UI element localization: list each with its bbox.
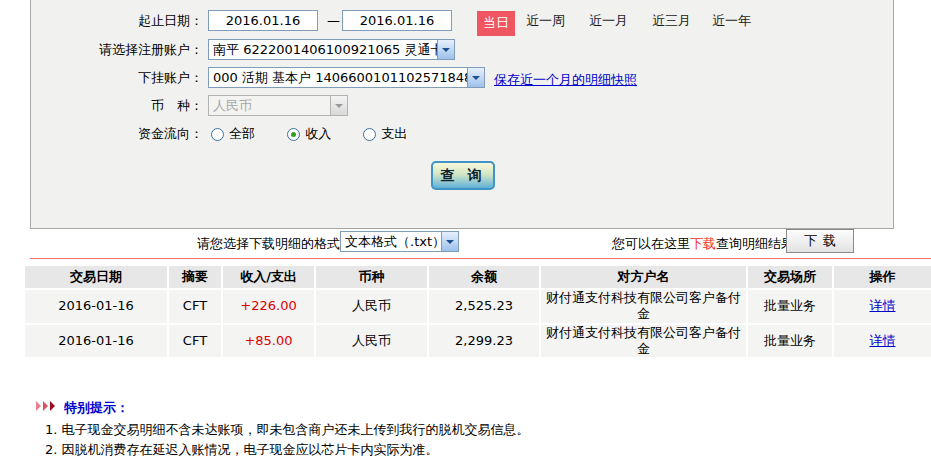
chevron-down-icon (330, 96, 347, 115)
col-header-amount: 收入/支出 (222, 266, 315, 289)
cell-currency: 人民币 (315, 324, 428, 359)
special-notes-title: 特别提示： (64, 399, 129, 417)
transactions-table: 交易日期 摘要 收入/支出 币种 余额 对方户名 交易场所 操作 2016-01… (25, 266, 931, 359)
date-from-input[interactable] (208, 10, 318, 31)
radio-selected-icon (287, 128, 300, 141)
date-separator: — (327, 10, 340, 32)
red-divider (30, 258, 931, 259)
special-note-item: 1. 电子现金交易明细不含未达账项，即未包含商户还未上传到我行的脱机交易信息。 (45, 421, 530, 439)
currency-select: 人民币 (208, 95, 348, 116)
col-header-balance: 余额 (428, 266, 540, 289)
currency-row: 币 种： 人民币 (31, 95, 893, 117)
query-button[interactable]: 查 询 (431, 161, 495, 190)
currency-value: 人民币 (209, 95, 330, 117)
date-to-input[interactable] (342, 10, 452, 31)
sub-account-select[interactable]: 000 活期 基本户 1406600101102571848 (208, 67, 485, 88)
query-form-panel: 起止日期： — 当日 近一周 近一月 近三月 近一年 请选择注册账户： 南平 6… (30, 0, 894, 229)
cell-balance: 2,299.23 (428, 324, 540, 359)
cell-balance: 2,525.23 (428, 289, 540, 324)
chevron-down-icon (437, 40, 454, 59)
col-header-counterparty: 对方户名 (540, 266, 747, 289)
date-range-label: 起止日期： (31, 10, 203, 32)
download-format-value: 文本格式（.txt） (341, 233, 441, 251)
quick-range-year[interactable]: 近一年 (712, 10, 751, 32)
radio-icon (363, 128, 376, 141)
detail-link[interactable]: 详情 (870, 333, 896, 348)
fund-flow-label: 资金流向： (31, 123, 203, 145)
cell-summary: CFT (168, 289, 222, 324)
quick-range-quarter[interactable]: 近三月 (652, 10, 691, 32)
fund-flow-radio-expense[interactable]: 支出 (363, 123, 407, 145)
sub-account-row: 下挂账户： 000 活期 基本户 1406600101102571848 保存近… (31, 67, 893, 89)
detail-link[interactable]: 详情 (870, 298, 896, 313)
fund-flow-radio-income[interactable]: 收入 (287, 123, 331, 145)
download-button[interactable]: 下载 (786, 229, 854, 253)
cell-date: 2016-01-16 (25, 289, 168, 324)
cell-action: 详情 (833, 324, 931, 359)
table-header-row: 交易日期 摘要 收入/支出 币种 余额 对方户名 交易场所 操作 (25, 266, 931, 289)
special-note-item: 2. 因脱机消费存在延迟入账情况，电子现金应以芯片卡内实际为准。 (45, 441, 439, 459)
sub-account-value: 000 活期 基本户 1406600101102571848 (209, 67, 467, 89)
col-header-venue: 交易场所 (747, 266, 833, 289)
col-header-currency: 币种 (315, 266, 428, 289)
registered-account-select[interactable]: 南平 6222001406100921065 灵通卡 (208, 39, 455, 60)
currency-label: 币 种： (31, 95, 203, 117)
quick-range-week[interactable]: 近一周 (526, 10, 565, 32)
download-hint-suffix: 查询明细结果 (716, 236, 794, 251)
fund-flow-option-income-label: 收入 (305, 123, 331, 145)
quick-range-today[interactable]: 当日 (477, 11, 515, 36)
cell-date: 2016-01-16 (25, 324, 168, 359)
cell-amount: +85.00 (222, 324, 315, 359)
registered-account-row: 请选择注册账户： 南平 6222001406100921065 灵通卡 (31, 39, 893, 61)
cell-currency: 人民币 (315, 289, 428, 324)
chevron-down-icon (441, 232, 458, 251)
download-format-label: 请您选择下载明细的格式 (110, 235, 340, 253)
sub-account-label: 下挂账户： (31, 67, 203, 89)
fund-flow-option-all-label: 全部 (229, 123, 255, 145)
download-format-select[interactable]: 文本格式（.txt） (340, 231, 459, 252)
registered-account-value: 南平 6222001406100921065 灵通卡 (209, 39, 437, 61)
col-header-date: 交易日期 (25, 266, 168, 289)
save-snapshot-link[interactable]: 保存近一个月的明细快照 (494, 69, 637, 91)
col-header-summary: 摘要 (168, 266, 222, 289)
transaction-query-page: 起止日期： — 当日 近一周 近一月 近三月 近一年 请选择注册账户： 南平 6… (0, 0, 931, 460)
cell-amount: +226.00 (222, 289, 315, 324)
download-hint-link[interactable]: 下载 (690, 236, 716, 251)
chevron-down-icon (467, 68, 484, 87)
fund-flow-option-expense-label: 支出 (381, 123, 407, 145)
cell-counterparty: 财付通支付科技有限公司客户备付金 (540, 324, 747, 359)
cell-action: 详情 (833, 289, 931, 324)
col-header-action: 操作 (833, 266, 931, 289)
download-hint-prefix: 您可以在这里 (612, 236, 690, 251)
quick-range-month[interactable]: 近一月 (589, 10, 628, 32)
fund-flow-row: 资金流向： 全部 收入 支出 (31, 123, 893, 145)
table-row: 2016-01-16 CFT +226.00 人民币 2,525.23 财付通支… (25, 289, 931, 324)
cell-counterparty: 财付通支付科技有限公司客户备付金 (540, 289, 747, 324)
fund-flow-radio-all[interactable]: 全部 (211, 123, 255, 145)
table-row: 2016-01-16 CFT +85.00 人民币 2,299.23 财付通支付… (25, 324, 931, 359)
registered-account-label: 请选择注册账户： (31, 39, 203, 61)
cell-summary: CFT (168, 324, 222, 359)
radio-icon (211, 128, 224, 141)
download-hint: 您可以在这里下载查询明细结果 (612, 235, 794, 253)
cell-venue: 批量业务 (747, 289, 833, 324)
date-range-row: 起止日期： — 当日 近一周 近一月 近三月 近一年 (31, 10, 893, 32)
triple-arrow-icon (36, 401, 57, 411)
cell-venue: 批量业务 (747, 324, 833, 359)
